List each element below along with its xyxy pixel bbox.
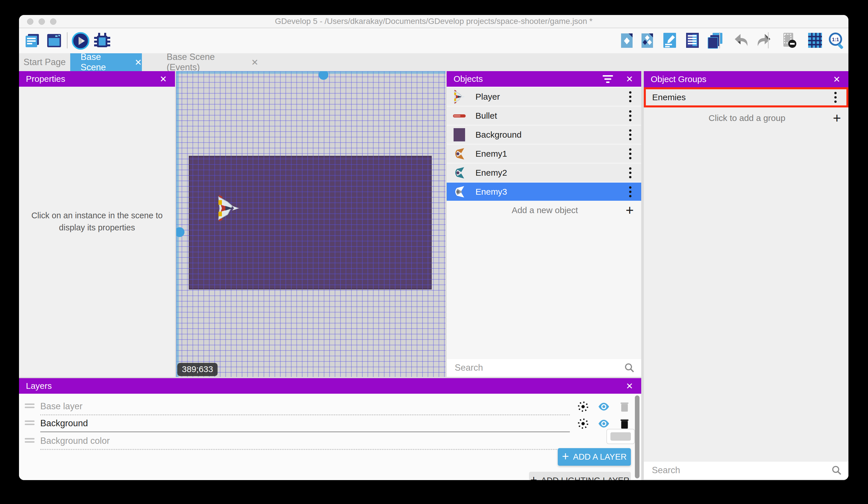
toolbar-divider	[67, 32, 68, 48]
object-name: Bullet	[475, 111, 627, 121]
filter-icon[interactable]	[602, 75, 613, 83]
groups-search	[644, 462, 848, 479]
tab-close-icon[interactable]: ✕	[251, 57, 258, 67]
layer-visibility-icon[interactable]	[597, 417, 610, 430]
object-groups-icon[interactable]	[639, 32, 656, 49]
panel-title: Layers	[26, 381, 626, 391]
background-instance[interactable]	[189, 156, 432, 290]
objects-search	[447, 359, 641, 376]
cursor-coordinates-badge: 389;633	[177, 363, 218, 376]
objects-search-input[interactable]	[454, 362, 624, 373]
object-row-background[interactable]: Background	[447, 125, 641, 144]
add-object-button[interactable]: Add a new object +	[447, 202, 641, 219]
main-toolbar: 1:1	[19, 28, 848, 53]
title-bar: GDevelop 5 - /Users/dkarakay/Documents/G…	[19, 15, 848, 28]
layer-effects-icon[interactable]	[577, 400, 590, 413]
editor-tab-bar: Start Page Base Scene ✕ Base Scene (Even…	[19, 53, 848, 71]
delete-layer-icon[interactable]	[618, 417, 631, 430]
bullet-sprite-icon	[451, 108, 467, 123]
layer-visibility-icon[interactable]	[597, 400, 610, 413]
kebab-menu-icon[interactable]	[627, 90, 633, 104]
objects-list-icon[interactable]	[618, 32, 636, 49]
player-sprite-icon	[451, 89, 467, 104]
object-row-bullet[interactable]: Bullet	[447, 107, 641, 125]
objects-list: Player Bullet Background	[447, 88, 641, 219]
kebab-menu-icon[interactable]	[627, 147, 633, 161]
properties-panel: Properties ✕ Click on an instance in the…	[19, 71, 175, 377]
kebab-menu-icon[interactable]	[627, 128, 633, 142]
object-name: Enemy1	[475, 149, 627, 159]
vertical-scroll-knob[interactable]	[176, 227, 185, 237]
layers-icon[interactable]	[706, 32, 724, 49]
object-row-enemy2[interactable]: Enemy2	[447, 164, 641, 182]
toggle-grid-icon[interactable]	[806, 32, 824, 49]
kebab-menu-icon[interactable]	[627, 185, 633, 199]
close-icon[interactable]: ✕	[160, 74, 167, 84]
drag-handle-icon[interactable]	[25, 421, 34, 427]
object-name: Player	[475, 92, 627, 102]
group-row-enemies-highlighted[interactable]: Enemies	[644, 87, 848, 108]
layer-row-background	[19, 415, 641, 432]
object-name: Enemy2	[475, 168, 627, 178]
canvas-horizontal-scrollbar[interactable]	[176, 71, 445, 74]
drag-handle-icon	[25, 438, 34, 444]
scene-window-icon[interactable]	[45, 32, 63, 49]
search-icon	[831, 465, 842, 476]
add-group-label: Click to add a group	[644, 113, 833, 123]
layers-scrollbar[interactable]	[635, 395, 640, 478]
add-layer-label: ADD A LAYER	[573, 452, 627, 462]
undo-icon[interactable]	[733, 32, 750, 49]
redo-icon[interactable]	[755, 32, 772, 49]
tab-base-scene-events[interactable]: Base Scene (Events) ✕	[142, 53, 258, 71]
layer-name-input[interactable]	[40, 417, 570, 432]
horizontal-scroll-knob[interactable]	[319, 71, 328, 80]
tab-base-scene[interactable]: Base Scene ✕	[70, 53, 142, 71]
background-color-swatch[interactable]	[606, 429, 635, 444]
kebab-menu-icon[interactable]	[627, 109, 633, 123]
groups-search-input[interactable]	[651, 465, 831, 476]
object-name: Background	[475, 130, 627, 140]
panel-title: Object Groups	[651, 74, 833, 84]
player-instance[interactable]	[215, 194, 241, 222]
plus-icon: +	[626, 203, 634, 217]
properties-empty-message: Click on an instance in the scene to dis…	[28, 209, 166, 234]
object-row-player[interactable]: Player	[447, 88, 641, 106]
object-groups-panel-header: Object Groups ✕	[644, 71, 848, 87]
layer-effects-icon[interactable]	[577, 417, 590, 430]
add-object-label: Add a new object	[447, 205, 626, 215]
toggle-window-mask-icon[interactable]	[781, 32, 798, 49]
enemy1-sprite-icon	[451, 146, 467, 161]
add-group-button[interactable]: Click to add a group +	[644, 109, 848, 127]
close-icon[interactable]: ✕	[626, 381, 633, 391]
kebab-menu-icon[interactable]	[833, 90, 838, 104]
instances-list-icon[interactable]	[684, 32, 701, 49]
tab-close-icon[interactable]: ✕	[135, 57, 142, 67]
layer-name-input[interactable]	[40, 400, 570, 415]
kebab-menu-icon[interactable]	[627, 165, 633, 180]
canvas-vertical-scrollbar[interactable]	[176, 71, 179, 377]
add-lighting-layer-button[interactable]: + ADD LIGHTING LAYER	[529, 472, 631, 480]
tab-start-page[interactable]: Start Page	[19, 53, 70, 71]
drag-handle-icon[interactable]	[25, 403, 34, 410]
add-layer-button[interactable]: + ADD A LAYER	[558, 448, 631, 466]
screenshot-root: GDevelop 5 - /Users/dkarakay/Documents/G…	[0, 0, 868, 504]
zoom-original-icon[interactable]: 1:1	[827, 32, 846, 50]
object-row-enemy3[interactable]: Enemy3	[447, 183, 641, 201]
layers-panel: Layers ✕	[19, 378, 641, 480]
close-icon[interactable]: ✕	[833, 74, 840, 84]
enemy3-sprite-icon	[451, 184, 467, 199]
object-row-enemy1[interactable]: Enemy1	[447, 144, 641, 163]
add-lighting-layer-label: ADD LIGHTING LAYER	[541, 476, 629, 480]
background-sprite-icon	[451, 127, 467, 142]
delete-layer-icon-disabled	[618, 400, 631, 413]
gdevelop-window: GDevelop 5 - /Users/dkarakay/Documents/G…	[19, 15, 848, 480]
debug-icon[interactable]	[93, 32, 111, 50]
close-icon[interactable]: ✕	[626, 74, 633, 84]
toolbar-divider	[719, 32, 720, 48]
layer-row-background-color	[19, 433, 641, 450]
project-manager-icon[interactable]	[24, 32, 41, 49]
edit-scene-properties-icon[interactable]	[661, 32, 678, 49]
play-icon[interactable]	[71, 32, 90, 50]
search-icon	[624, 362, 635, 373]
scene-canvas[interactable]: 389;633	[176, 71, 445, 377]
